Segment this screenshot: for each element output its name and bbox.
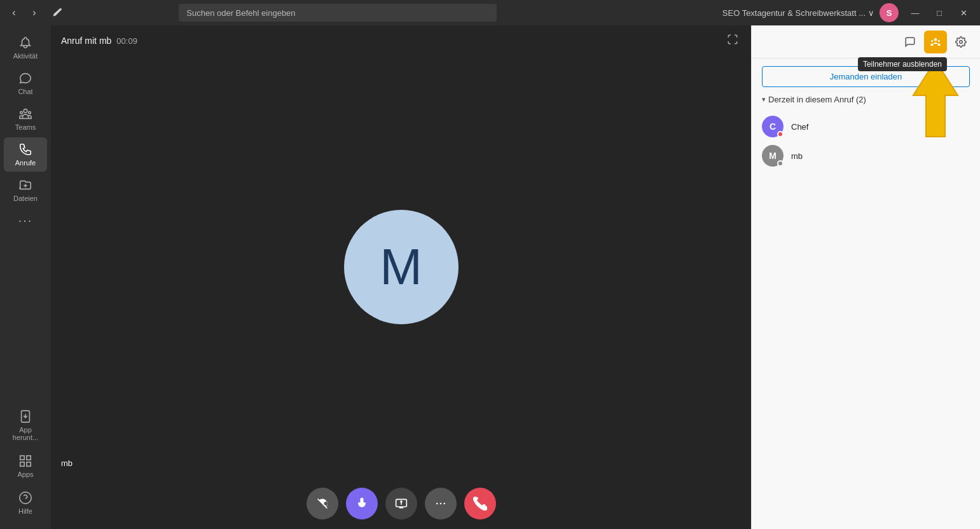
expand-button[interactable]	[724, 31, 741, 50]
nav-back-button[interactable]: ‹	[5, 4, 23, 22]
arrow-annotation	[897, 57, 974, 140]
sidebar-item-anrufe[interactable]: Anrufe	[4, 137, 47, 172]
mute-button[interactable]	[346, 488, 378, 519]
sidebar-more-button[interactable]: ···	[4, 209, 47, 231]
svg-point-12	[439, 503, 441, 505]
settings-panel-tab[interactable]	[949, 31, 972, 53]
call-timer: 00:09	[116, 36, 137, 46]
sidebar-item-label: App herunt...	[6, 426, 45, 441]
maximize-button[interactable]: □	[928, 4, 951, 22]
call-header-right	[724, 31, 741, 50]
sidebar-item-aktivitat[interactable]: Aktivität	[4, 31, 47, 65]
sidebar-bottom: App herunt... Apps Hilfe	[4, 404, 47, 529]
svg-rect-2	[20, 456, 24, 460]
avatar[interactable]: S	[880, 3, 899, 22]
sidebar-item-label: Aktivität	[13, 52, 38, 60]
close-button[interactable]: ✕	[952, 4, 975, 22]
end-call-button[interactable]	[464, 488, 496, 519]
sidebar-item-label: Teams	[15, 123, 36, 131]
call-title: Anruf mit mb	[61, 36, 111, 46]
sidebar-item-chat[interactable]: Chat	[4, 66, 47, 100]
call-area: Anruf mit mb 00:09 M mb	[51, 25, 751, 529]
share-screen-button[interactable]	[385, 488, 417, 519]
chevron-down-icon: ∨	[868, 8, 874, 18]
mb-status-dot	[777, 160, 783, 167]
sidebar-item-label: Hilfe	[18, 507, 32, 515]
participant-name-mb: mb	[791, 151, 803, 161]
more-options-button[interactable]	[425, 488, 457, 519]
sidebar-item-app-download[interactable]: App herunt...	[4, 404, 47, 446]
search-bar[interactable]: Suchen oder Befehl eingeben	[179, 4, 497, 22]
svg-marker-15	[913, 60, 958, 137]
sidebar: Aktivität Chat Teams Anrufe	[0, 25, 51, 529]
org-name: SEO Textagentur & Schreibwerkstatt ... ∨	[722, 8, 874, 18]
participant-avatar: M	[344, 210, 459, 324]
window-controls: — □ ✕	[904, 4, 975, 22]
svg-point-11	[436, 503, 438, 505]
participants-panel-tab[interactable]	[924, 31, 947, 53]
title-bar: ‹ › Suchen oder Befehl eingeben SEO Text…	[0, 0, 980, 25]
search-placeholder: Suchen oder Befehl eingeben	[186, 8, 295, 18]
svg-rect-3	[27, 456, 31, 460]
call-header: Anruf mit mb 00:09	[51, 25, 751, 56]
right-panel: Teilnehmer ausblenden Jemanden einladen …	[751, 25, 980, 529]
participant-avatar-chef: C	[762, 116, 783, 137]
chef-status-dot	[777, 131, 783, 137]
sidebar-item-label: Chat	[18, 88, 32, 95]
title-bar-right: SEO Textagentur & Schreibwerkstatt ... ∨…	[722, 3, 975, 22]
svg-point-6	[20, 492, 31, 504]
chevron-icon: ▾	[762, 95, 766, 104]
call-video: M mb	[51, 56, 751, 478]
participants-tab-wrapper: Teilnehmer ausblenden	[924, 31, 947, 53]
svg-point-14	[960, 40, 963, 43]
sidebar-item-label: Dateien	[13, 195, 38, 202]
main-layout: Aktivität Chat Teams Anrufe	[0, 25, 980, 529]
sidebar-item-dateien[interactable]: Dateien	[4, 173, 47, 207]
minimize-button[interactable]: —	[904, 4, 927, 22]
sidebar-item-label: Anrufe	[15, 159, 36, 167]
svg-rect-5	[27, 462, 31, 466]
sidebar-item-apps[interactable]: Apps	[4, 449, 47, 483]
nav-forward-button[interactable]: ›	[25, 4, 43, 22]
sidebar-item-label: Apps	[17, 471, 33, 478]
sidebar-item-hilfe[interactable]: Hilfe	[4, 486, 47, 520]
participant-row: M mb	[762, 141, 970, 170]
svg-rect-4	[20, 462, 24, 466]
right-panel-tabs: Teilnehmer ausblenden	[752, 25, 980, 58]
participant-avatar-mb: M	[762, 145, 783, 167]
nav-buttons: ‹ ›	[5, 4, 43, 22]
sidebar-item-teams[interactable]: Teams	[4, 102, 47, 136]
svg-point-13	[443, 503, 445, 505]
participant-name-label: mb	[61, 458, 72, 468]
participant-name-chef: Chef	[791, 122, 808, 132]
chat-panel-tab[interactable]	[899, 31, 921, 53]
compose-button[interactable]	[48, 4, 66, 22]
call-controls	[51, 478, 751, 529]
video-toggle-button[interactable]	[307, 488, 338, 519]
